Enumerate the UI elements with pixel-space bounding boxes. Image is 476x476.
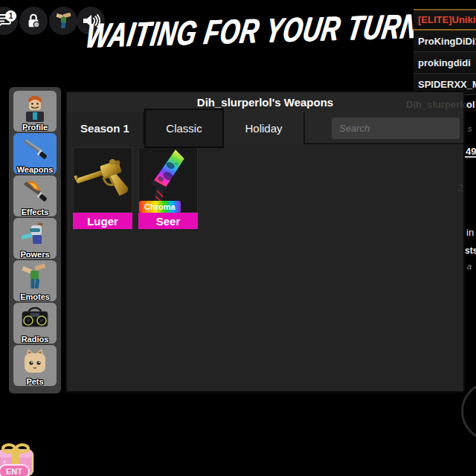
sidebar-item-profile[interactable]: Profile bbox=[13, 91, 57, 132]
sidebar-item-emotes[interactable]: Emotes bbox=[13, 260, 57, 301]
fragment-divider bbox=[465, 156, 476, 158]
player-rank-prefix: [ELITE] bbox=[418, 14, 452, 25]
fragment-small-tail: s bbox=[468, 124, 472, 133]
sidebar-item-label: Powers bbox=[13, 250, 57, 259]
sidebar-item-label: Effects bbox=[13, 208, 57, 216]
tab-classic[interactable]: Classic bbox=[144, 109, 224, 148]
boombox-icon bbox=[20, 303, 50, 335]
weapon-name-label: Luger bbox=[73, 213, 132, 229]
flaming-knife-icon bbox=[20, 176, 50, 208]
tab-label: Holiday bbox=[245, 122, 282, 135]
panel-title: Dih_slurperlol's Weapons bbox=[67, 92, 463, 112]
tab-label: Classic bbox=[166, 122, 202, 135]
emote-dab-icon bbox=[20, 261, 50, 292]
sidebar-item-powers[interactable]: Powers bbox=[13, 218, 57, 259]
event-badge-label: ENT bbox=[0, 464, 30, 476]
powers-character-icon bbox=[20, 219, 50, 250]
panel-header: Dih_slurperlol's Weapons bbox=[67, 92, 463, 113]
luger-pistol-icon bbox=[74, 148, 132, 212]
fragment-name-tail: ol bbox=[466, 99, 475, 110]
weapon-name-label: Seer bbox=[138, 213, 198, 229]
notification-badge: 1 bbox=[5, 10, 16, 22]
leaderboard-row-elite[interactable]: [ELITE] Unikiw bbox=[414, 9, 476, 30]
occluded-player-name: Dih_slurperlol bbox=[406, 99, 471, 110]
inventory-sidebar: Profile Weapons Effects bbox=[9, 87, 61, 393]
lock-button[interactable] bbox=[19, 7, 48, 35]
weapon-image bbox=[73, 147, 132, 213]
sidebar-item-radios[interactable]: Radios bbox=[13, 303, 57, 344]
character-emote-icon bbox=[54, 11, 73, 30]
player-name: SPIDERXX_MA bbox=[418, 79, 476, 90]
sidebar-item-label: Profile bbox=[13, 123, 57, 132]
sidebar-item-label: Radios bbox=[13, 335, 57, 344]
leaderboard-row[interactable]: ProKingDiDi10 bbox=[414, 30, 476, 52]
emotes-menu-button[interactable] bbox=[49, 7, 77, 35]
sidebar-item-pets[interactable]: Pets bbox=[13, 345, 57, 386]
cat-icon bbox=[20, 346, 50, 377]
chat-button[interactable]: 1 bbox=[0, 7, 18, 35]
sidebar-item-weapons[interactable]: Weapons bbox=[13, 133, 57, 174]
search-input[interactable] bbox=[332, 123, 475, 134]
fragment-tail-sts: sts bbox=[465, 245, 476, 256]
tab-row: Season 1 Classic Holiday bbox=[67, 112, 463, 144]
tab-holiday[interactable]: Holiday bbox=[224, 112, 305, 144]
tab-label: Season 1 bbox=[80, 122, 129, 135]
knife-icon bbox=[20, 134, 50, 165]
weapons-grid: Luger bbox=[67, 144, 463, 391]
profile-avatar-icon bbox=[20, 91, 50, 123]
player-name: ProKingDiDi10 bbox=[418, 36, 476, 47]
lock-icon bbox=[25, 13, 42, 29]
sidebar-item-label: Weapons bbox=[13, 165, 57, 174]
weapons-panel: Dih_slurperlol's Weapons Season 1 Classi… bbox=[65, 91, 465, 393]
event-button[interactable]: ENT bbox=[0, 443, 43, 476]
fragment-number-tail: 49 bbox=[466, 146, 476, 157]
search-box bbox=[332, 118, 460, 139]
fragment-tail-in: in bbox=[466, 227, 474, 238]
sidebar-item-effects[interactable]: Effects bbox=[13, 176, 57, 216]
player-name: Unikiw bbox=[452, 14, 476, 25]
weapon-card-seer[interactable]: Chroma Seer bbox=[138, 147, 198, 229]
sidebar-item-label: Emotes bbox=[13, 292, 57, 301]
leaderboard-row[interactable]: prokingdidi bbox=[414, 52, 476, 74]
weapon-card-luger[interactable]: Luger bbox=[73, 147, 132, 229]
fragment-faint-digit: 2 bbox=[458, 183, 463, 193]
waiting-banner: WAITING FOR YOUR TURN bbox=[83, 7, 422, 56]
chroma-badge: Chroma bbox=[139, 201, 181, 213]
player-name: prokingdidi bbox=[418, 57, 471, 68]
sidebar-item-label: Pets bbox=[13, 377, 57, 386]
tab-season-1[interactable]: Season 1 bbox=[67, 112, 144, 144]
fragment-tail-italic: a bbox=[467, 262, 472, 271]
